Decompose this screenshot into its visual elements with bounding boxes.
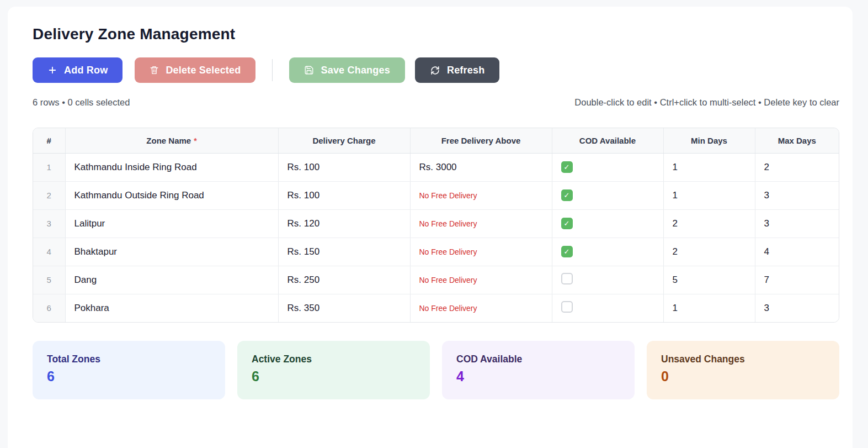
selection-status-text: 6 rows • 0 cells selected bbox=[33, 97, 130, 108]
content-card: Delivery Zone Management Add Row Delete … bbox=[8, 7, 853, 448]
row-index[interactable]: 2 bbox=[33, 181, 65, 209]
summary-card: Unsaved Changes 0 bbox=[647, 341, 839, 399]
max-days-cell[interactable]: 7 bbox=[755, 266, 839, 294]
cod-available-cell[interactable] bbox=[552, 266, 663, 294]
row-index[interactable]: 1 bbox=[33, 153, 65, 181]
cod-available-cell[interactable]: ✓ bbox=[552, 153, 663, 181]
summary-card-label: Total Zones bbox=[47, 354, 211, 365]
table-row: 5 Dang Rs. 250 No Free Delivery 5 7 bbox=[33, 266, 839, 294]
summary-card-label: Active Zones bbox=[252, 354, 416, 365]
max-days-cell[interactable]: 3 bbox=[755, 294, 839, 322]
free-delivery-above-cell[interactable]: No Free Delivery bbox=[410, 181, 552, 209]
summary-card-label: Unsaved Changes bbox=[661, 354, 825, 365]
min-days-cell[interactable]: 1 bbox=[663, 294, 755, 322]
delivery-charge-cell[interactable]: Rs. 150 bbox=[278, 238, 410, 266]
cod-available-cell[interactable] bbox=[552, 294, 663, 322]
max-days-cell[interactable]: 2 bbox=[755, 153, 839, 181]
zone-name-cell[interactable]: Pokhara bbox=[65, 294, 278, 322]
row-index[interactable]: 4 bbox=[33, 238, 65, 266]
summary-card-label: COD Available bbox=[456, 354, 620, 365]
max-days-cell[interactable]: 4 bbox=[755, 238, 839, 266]
min-days-cell[interactable]: 1 bbox=[663, 153, 755, 181]
summary-card: Total Zones 6 bbox=[33, 341, 225, 399]
cod-checkbox[interactable]: ✓ bbox=[561, 189, 573, 201]
trash-icon bbox=[150, 65, 159, 75]
row-index[interactable]: 6 bbox=[33, 294, 65, 322]
min-days-cell[interactable]: 1 bbox=[663, 181, 755, 209]
row-index[interactable]: 3 bbox=[33, 209, 65, 238]
usage-hint-text: Double-click to edit • Ctrl+click to mul… bbox=[574, 97, 839, 108]
delete-selected-label: Delete Selected bbox=[166, 65, 241, 76]
cod-checkbox[interactable] bbox=[561, 301, 573, 313]
zone-name-cell[interactable]: Lalitpur bbox=[65, 209, 278, 238]
min-days-cell[interactable]: 2 bbox=[663, 238, 755, 266]
toolbar: Add Row Delete Selected Save Changes Ref… bbox=[33, 57, 839, 83]
free-delivery-above-cell[interactable]: Rs. 3000 bbox=[410, 153, 552, 181]
save-changes-button[interactable]: Save Changes bbox=[289, 57, 404, 83]
delete-selected-button[interactable]: Delete Selected bbox=[135, 57, 255, 83]
table-row: 4 Bhaktapur Rs. 150 No Free Delivery ✓ 2… bbox=[33, 238, 839, 266]
zone-name-cell[interactable]: Bhaktapur bbox=[65, 238, 278, 266]
summary-card-value: 6 bbox=[47, 368, 211, 384]
free-delivery-above-cell[interactable]: No Free Delivery bbox=[410, 294, 552, 322]
refresh-label: Refresh bbox=[447, 65, 484, 76]
summary-card: COD Available 4 bbox=[442, 341, 635, 399]
zone-name-cell[interactable]: Kathmandu Inside Ring Road bbox=[65, 153, 278, 181]
column-header-delivery-charge: Delivery Charge bbox=[278, 128, 410, 153]
delivery-charge-cell[interactable]: Rs. 100 bbox=[278, 153, 410, 181]
page-title: Delivery Zone Management bbox=[33, 25, 839, 43]
summary-card: Active Zones 6 bbox=[237, 341, 430, 399]
delivery-charge-cell[interactable]: Rs. 100 bbox=[278, 181, 410, 209]
required-asterisk: * bbox=[194, 136, 196, 145]
summary-cards: Total Zones 6 Active Zones 6 COD Availab… bbox=[33, 341, 839, 399]
add-row-button[interactable]: Add Row bbox=[33, 57, 123, 83]
refresh-button[interactable]: Refresh bbox=[415, 57, 499, 83]
cod-checkbox[interactable]: ✓ bbox=[561, 246, 573, 257]
cod-checkbox[interactable]: ✓ bbox=[561, 218, 573, 229]
column-header-free-delivery-above: Free Delivery Above bbox=[410, 128, 552, 153]
column-header-index: # bbox=[33, 128, 65, 153]
min-days-cell[interactable]: 5 bbox=[663, 266, 755, 294]
table-row: 6 Pokhara Rs. 350 No Free Delivery 1 3 bbox=[33, 294, 839, 322]
delivery-charge-cell[interactable]: Rs. 120 bbox=[278, 209, 410, 238]
summary-card-value: 0 bbox=[661, 368, 825, 384]
min-days-cell[interactable]: 2 bbox=[663, 209, 755, 238]
delivery-charge-cell[interactable]: Rs. 250 bbox=[278, 266, 410, 294]
header-row: # Zone Name* Delivery Charge Free Delive… bbox=[33, 128, 839, 153]
max-days-cell[interactable]: 3 bbox=[755, 181, 839, 209]
save-changes-label: Save Changes bbox=[321, 65, 390, 76]
delivery-charge-cell[interactable]: Rs. 350 bbox=[278, 294, 410, 322]
table-body: 1 Kathmandu Inside Ring Road Rs. 100 Rs.… bbox=[33, 153, 839, 322]
column-header-max-days: Max Days bbox=[755, 128, 839, 153]
floppy-disk-icon bbox=[304, 65, 314, 75]
table-row: 1 Kathmandu Inside Ring Road Rs. 100 Rs.… bbox=[33, 153, 839, 181]
cod-available-cell[interactable]: ✓ bbox=[552, 238, 663, 266]
column-header-min-days: Min Days bbox=[663, 128, 755, 153]
cod-available-cell[interactable]: ✓ bbox=[552, 181, 663, 209]
free-delivery-above-cell[interactable]: No Free Delivery bbox=[410, 266, 552, 294]
cod-available-cell[interactable]: ✓ bbox=[552, 209, 663, 238]
max-days-cell[interactable]: 3 bbox=[755, 209, 839, 238]
column-header-cod-available: COD Available bbox=[552, 128, 663, 153]
plus-icon bbox=[47, 65, 57, 75]
summary-card-value: 4 bbox=[456, 368, 620, 384]
toolbar-divider bbox=[272, 59, 273, 81]
zone-name-cell[interactable]: Kathmandu Outside Ring Road bbox=[65, 181, 278, 209]
refresh-arrows-icon bbox=[430, 65, 440, 76]
table-row: 2 Kathmandu Outside Ring Road Rs. 100 No… bbox=[33, 181, 839, 209]
table-row: 3 Lalitpur Rs. 120 No Free Delivery ✓ 2 … bbox=[33, 209, 839, 238]
add-row-label: Add Row bbox=[64, 65, 108, 76]
row-index[interactable]: 5 bbox=[33, 266, 65, 294]
cod-checkbox[interactable]: ✓ bbox=[561, 161, 573, 173]
zones-table: # Zone Name* Delivery Charge Free Delive… bbox=[33, 128, 839, 323]
free-delivery-above-cell[interactable]: No Free Delivery bbox=[410, 238, 552, 266]
column-header-zone-name: Zone Name* bbox=[65, 128, 278, 153]
free-delivery-above-cell[interactable]: No Free Delivery bbox=[410, 209, 552, 238]
summary-card-value: 6 bbox=[252, 368, 416, 384]
cod-checkbox[interactable] bbox=[561, 273, 573, 284]
zone-name-cell[interactable]: Dang bbox=[65, 266, 278, 294]
status-row: 6 rows • 0 cells selected Double-click t… bbox=[33, 97, 839, 108]
